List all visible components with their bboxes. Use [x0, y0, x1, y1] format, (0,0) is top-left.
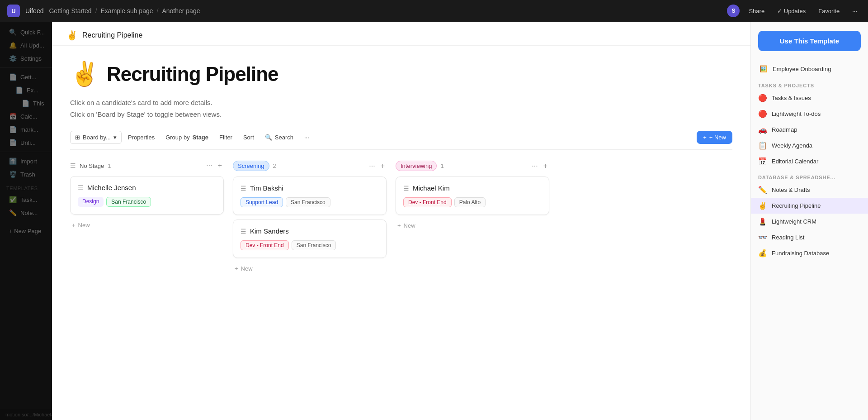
card-tags-2: Support Lead San Francisco: [241, 197, 379, 207]
card-doc-icon-3: ☰: [241, 228, 246, 235]
use-template-button[interactable]: Use This Template: [758, 31, 861, 51]
card-tags-1: Design San Francisco: [78, 197, 216, 207]
card-tags-3: Dev - Front End San Francisco: [241, 240, 379, 250]
app-logo[interactable]: U: [7, 5, 20, 17]
add-new-interviewing[interactable]: + New: [396, 220, 417, 232]
column-actions-screening: ··· +: [367, 161, 387, 171]
sort-label: Sort: [243, 134, 254, 141]
share-button[interactable]: Share: [745, 6, 768, 16]
tasks-section-label: TASKS & PROJECTS: [751, 77, 868, 90]
todos-label: Lightweight To-dos: [772, 110, 821, 117]
properties-label: Properties: [128, 134, 155, 141]
plus-icon: +: [703, 134, 707, 141]
column-add-btn-no-stage[interactable]: +: [216, 161, 224, 171]
group-by-button[interactable]: Group by Stage: [161, 131, 213, 143]
more-button[interactable]: ···: [849, 6, 861, 16]
interviewing-badge: Interviewing: [396, 161, 437, 171]
search-label: Search: [275, 134, 293, 141]
filter-button[interactable]: Filter: [215, 131, 237, 143]
screening-badge: Screening: [233, 161, 269, 171]
properties-button[interactable]: Properties: [123, 131, 159, 143]
modal-content: ✌️ Recruiting Pipeline Click on a candid…: [52, 46, 750, 296]
card-michael-kim[interactable]: ☰ Michael Kim Dev - Front End Palo Alto: [396, 177, 549, 215]
no-stage-label: No Stage: [80, 162, 104, 169]
employee-onboarding-item[interactable]: 🖼️ Employee Onboarding: [751, 60, 868, 77]
fundraising-icon: 💰: [758, 249, 767, 258]
tag-design: Design: [78, 197, 104, 207]
tag-palo-alto: Palo Alto: [454, 197, 486, 207]
breadcrumb-sep-1: /: [95, 7, 97, 14]
breadcrumb-item-1[interactable]: Getting Started: [49, 7, 91, 14]
card-tim-bakshi[interactable]: ☰ Tim Bakshi Support Lead San Francisco: [233, 177, 387, 215]
agenda-icon: 📋: [758, 141, 767, 150]
breadcrumb-item-3[interactable]: Another page: [162, 7, 200, 14]
crm-label: Lightweight CRM: [772, 218, 816, 225]
no-stage-title: ☰ No Stage 1: [70, 162, 111, 169]
modal-header-emoji: ✌️: [66, 30, 78, 41]
notes-drafts-label: Notes & Drafts: [772, 186, 810, 193]
roadmap-item[interactable]: 🚗 Roadmap: [751, 122, 868, 138]
editorial-calendar-item[interactable]: 📅 Editorial Calendar: [751, 153, 868, 169]
modal-header: ✌️ Recruiting Pipeline: [52, 22, 750, 46]
search-button[interactable]: 🔍 Search: [260, 131, 298, 143]
todos-icon: 🔴: [758, 110, 767, 118]
add-new-no-stage[interactable]: + New: [70, 219, 92, 231]
notes-drafts-item[interactable]: ✏️ Notes & Drafts: [751, 182, 868, 198]
breadcrumb-item-2[interactable]: Example sub page: [101, 7, 153, 14]
modal-sidebar: Use This Template 🖼️ Employee Onboarding…: [750, 22, 868, 409]
topbar: U Uifeed Getting Started / Example sub p…: [0, 0, 868, 22]
tasks-issues-item[interactable]: 🔴 Tasks & Issues: [751, 90, 868, 106]
column-more-btn-no-stage[interactable]: ···: [204, 161, 214, 171]
lightweight-todos-item[interactable]: 🔴 Lightweight To-dos: [751, 106, 868, 122]
column-header-no-stage: ☰ No Stage 1 ··· +: [70, 161, 224, 171]
fundraising-database-item[interactable]: 💰 Fundraising Database: [751, 245, 868, 261]
column-add-btn-interviewing[interactable]: +: [542, 161, 549, 171]
description: Click on a candidate's card to add more …: [70, 97, 732, 120]
employee-icon: 🖼️: [758, 64, 768, 74]
avatar[interactable]: S: [727, 5, 740, 17]
card-name-row-1: ☰ Michelle Jensen: [78, 184, 216, 191]
filter-label: Filter: [219, 134, 232, 141]
page-emoji: ✌️: [70, 60, 99, 88]
weekly-agenda-item[interactable]: 📋 Weekly Agenda: [751, 138, 868, 153]
sort-button[interactable]: Sort: [239, 131, 259, 143]
card-name-3: Kim Sanders: [250, 227, 289, 235]
add-new-label-no-stage: New: [78, 222, 90, 229]
board-by-label: Board by...: [83, 134, 111, 141]
lightweight-crm-item[interactable]: 💄 Lightweight CRM: [751, 214, 868, 229]
column-add-btn-screening[interactable]: +: [379, 161, 387, 171]
card-name-row-2: ☰ Tim Bakshi: [241, 184, 379, 192]
tag-dev-fe-2: Dev - Front End: [403, 197, 452, 207]
weekly-agenda-label: Weekly Agenda: [772, 142, 812, 149]
page-title-row: ✌️ Recruiting Pipeline: [70, 60, 732, 88]
add-new-screening[interactable]: + New: [233, 262, 255, 275]
modal-header-title: Recruiting Pipeline: [82, 31, 142, 39]
column-more-btn-interviewing[interactable]: ···: [530, 161, 539, 171]
board-toolbar: ⊞ Board by... ▾ Properties Group by Stag…: [70, 131, 732, 150]
card-tags-4: Dev - Front End Palo Alto: [403, 197, 542, 207]
card-kim-sanders[interactable]: ☰ Kim Sanders Dev - Front End San Franci…: [233, 220, 387, 258]
column-interviewing: Interviewing 1 ··· + ☰ Michael Kim: [396, 161, 549, 275]
card-name-4: Michael Kim: [413, 184, 450, 192]
tag-dev-fe: Dev - Front End: [241, 240, 289, 250]
document-icon: ☰: [70, 162, 76, 169]
recruiting-pipeline-item[interactable]: ✌️ Recruiting Pipeline: [751, 198, 868, 214]
more-options-button[interactable]: ···: [300, 131, 314, 143]
page-title: Recruiting Pipeline: [107, 63, 278, 86]
add-new-label-screening: New: [241, 265, 253, 272]
column-more-btn-screening[interactable]: ···: [367, 161, 377, 171]
no-stage-count: 1: [108, 162, 111, 169]
board-by-button[interactable]: ⊞ Board by... ▾: [70, 131, 122, 144]
breadcrumb-sep-2: /: [157, 7, 159, 14]
modal-main: ✌️ Recruiting Pipeline ✌️ Recruiting Pip…: [52, 22, 750, 409]
new-record-button[interactable]: + + New: [697, 131, 732, 144]
updates-button[interactable]: ✓ Updates: [774, 6, 809, 16]
tag-sf-2: San Francisco: [286, 197, 330, 207]
card-doc-icon-4: ☰: [403, 185, 409, 192]
roadmap-icon: 🚗: [758, 125, 767, 134]
reading-list-item[interactable]: 👓 Reading List: [751, 229, 868, 245]
roadmap-label: Roadmap: [772, 126, 797, 133]
favorite-button[interactable]: Favorite: [815, 6, 843, 16]
app-name: Uifeed: [25, 7, 43, 14]
card-michelle-jensen[interactable]: ☰ Michelle Jensen Design San Francisco: [70, 176, 224, 215]
